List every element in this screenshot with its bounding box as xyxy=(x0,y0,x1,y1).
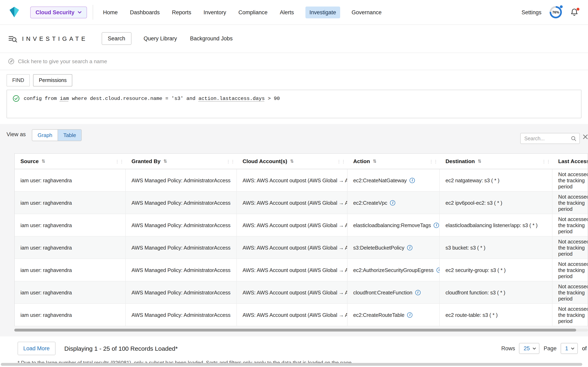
sort-icon[interactable]: ⇅ xyxy=(290,159,294,164)
notifications-bell-icon[interactable] xyxy=(570,8,579,17)
cloud-accounts-cell: AWS: AWS Account outpost (AWS Global → A… xyxy=(237,169,347,191)
action-cell: s3:DeleteBucketPolicyi xyxy=(347,236,440,259)
investigate-bar: INVESTIGATE SearchQuery LibraryBackgroun… xyxy=(0,25,588,53)
destination-cell: ec2 ipv6pool-ec2: s3 ( * ) xyxy=(440,192,553,214)
granted-by-cell: AWS Managed Policy: AdministratorAccess xyxy=(126,304,237,326)
app: Cloud Security HomeDashboardsReportsInve… xyxy=(0,0,588,367)
clear-search-icon[interactable] xyxy=(583,134,588,140)
total-pages-label: of 4 xyxy=(582,345,588,351)
column-header-source[interactable]: Source⇅⋮⋮ xyxy=(15,154,126,169)
column-grip-icon[interactable]: ⋮⋮ xyxy=(429,159,438,164)
table-row[interactable]: iam user: raghavendraAWS Managed Policy:… xyxy=(15,236,588,259)
view-as-table-button[interactable]: Table xyxy=(58,129,82,141)
investigate-tab-search[interactable]: Search xyxy=(102,32,131,45)
usage-badge[interactable]: 76% xyxy=(550,6,562,18)
nav-item-governance[interactable]: Governance xyxy=(351,6,382,18)
table-row[interactable]: iam user: raghavendraAWS Managed Policy:… xyxy=(15,192,588,214)
table-row[interactable]: iam user: raghavendraAWS Managed Policy:… xyxy=(15,259,588,281)
info-icon[interactable]: i xyxy=(407,245,412,250)
chevron-down-icon xyxy=(533,347,536,350)
info-icon[interactable]: i xyxy=(390,200,396,205)
last-access-cell: Not accessed in the tracking period xyxy=(553,259,588,281)
column-header-destination[interactable]: Destination⇅⋮⋮ xyxy=(440,154,553,169)
source-cell: iam user: raghavendra xyxy=(15,281,126,303)
info-icon[interactable]: i xyxy=(407,312,413,317)
investigate-tab-background-jobs[interactable]: Background Jobs xyxy=(189,33,233,44)
rows-label: Rows xyxy=(501,345,515,351)
rows-per-page-select[interactable]: 25 xyxy=(519,343,540,354)
load-more-button[interactable]: Load More xyxy=(17,342,55,355)
table-header-row: Source⇅⋮⋮Granted By⇅⋮⋮Cloud Account(s)⇅⋮… xyxy=(15,154,588,169)
table-row[interactable]: iam user: raghavendraAWS Managed Policy:… xyxy=(15,169,588,192)
view-as-graph-button[interactable]: Graph xyxy=(32,129,58,141)
page-select[interactable]: 1 xyxy=(561,343,578,354)
product-switcher[interactable]: Cloud Security xyxy=(30,6,87,18)
column-grip-icon[interactable]: ⋮⋮ xyxy=(542,159,551,164)
chevron-down-icon xyxy=(78,11,82,14)
column-grip-icon[interactable]: ⋮⋮ xyxy=(115,159,124,164)
query-tab-find[interactable]: FIND xyxy=(7,74,30,86)
search-icon[interactable] xyxy=(571,136,577,141)
action-cell: ec2:CreateRouteTablei xyxy=(347,304,440,326)
granted-by-cell: AWS Managed Policy: AdministratorAccess xyxy=(126,169,237,191)
action-label: elasticloadbalancing:RemoveTags xyxy=(353,222,431,228)
nav-item-dashboards[interactable]: Dashboards xyxy=(129,6,161,18)
info-icon[interactable]: i xyxy=(436,267,440,273)
table-row[interactable]: iam user: raghavendraAWS Managed Policy:… xyxy=(15,281,588,304)
nav-item-reports[interactable]: Reports xyxy=(171,6,192,18)
column-header-granted-by[interactable]: Granted By⇅⋮⋮ xyxy=(126,154,237,169)
column-header-cloud-account-s[interactable]: Cloud Account(s)⇅⋮⋮ xyxy=(237,154,347,169)
action-label: ec2:CreateRouteTable xyxy=(353,312,405,318)
destination-cell: ec2 natgateway: s3 ( * ) xyxy=(440,169,553,191)
last-access-cell: Not accessed in the tracking period xyxy=(553,192,588,214)
column-grip-icon[interactable]: ⋮⋮ xyxy=(226,159,235,164)
table-search-input[interactable] xyxy=(523,135,571,142)
usage-ring: 76% xyxy=(550,6,562,18)
cloud-accounts-cell: AWS: AWS Account outpost (AWS Global → A… xyxy=(237,236,347,259)
nav-item-alerts[interactable]: Alerts xyxy=(279,6,295,18)
chevron-down-icon xyxy=(571,347,575,350)
destination-cell: elasticloadbalancing listener/app: s3 ( … xyxy=(440,214,553,236)
nav-item-inventory[interactable]: Inventory xyxy=(203,6,227,18)
action-label: ec2:CreateVpc xyxy=(353,200,387,206)
page-horizontal-scrollbar[interactable] xyxy=(1,363,582,366)
search-name-field[interactable]: Click here to give your search a name xyxy=(0,53,588,70)
nav-item-home[interactable]: Home xyxy=(102,6,119,18)
settings-link[interactable]: Settings xyxy=(521,9,541,15)
sort-icon[interactable]: ⇅ xyxy=(42,159,45,164)
sort-icon[interactable]: ⇅ xyxy=(163,159,167,164)
sort-icon[interactable]: ⇅ xyxy=(478,159,481,164)
table-row[interactable]: iam user: raghavendraAWS Managed Policy:… xyxy=(15,304,588,326)
query-editor[interactable]: config from iam where dest.cloud.resourc… xyxy=(7,90,581,118)
app-logo-icon xyxy=(8,6,20,18)
valid-query-check-icon xyxy=(13,95,20,102)
destination-cell: cloudfront function: s3 ( * ) xyxy=(440,281,553,303)
table-horizontal-scrollbar[interactable] xyxy=(14,329,588,332)
info-icon[interactable]: i xyxy=(410,178,415,183)
view-toolbar: View as GraphTable xyxy=(0,129,588,144)
column-header-action[interactable]: Action⇅⋮⋮ xyxy=(347,154,440,169)
info-icon[interactable]: i xyxy=(434,222,439,228)
nav-right: Settings 76% xyxy=(521,6,579,18)
scrollbar-thumb[interactable] xyxy=(14,329,576,332)
nav-item-investigate[interactable]: Investigate xyxy=(305,6,340,18)
column-header-last-access[interactable]: Last Access⇅⋮⋮ xyxy=(553,154,588,169)
last-access-cell: Not accessed in the tracking period xyxy=(553,236,588,259)
column-grip-icon[interactable]: ⋮⋮ xyxy=(337,159,346,164)
granted-by-cell: AWS Managed Policy: AdministratorAccess xyxy=(126,214,237,236)
sort-icon[interactable]: ⇅ xyxy=(373,159,376,164)
table-row[interactable]: iam user: raghavendraAWS Managed Policy:… xyxy=(15,214,588,236)
info-icon[interactable]: i xyxy=(415,290,421,295)
view-as-label: View as xyxy=(7,131,26,137)
results-table: Source⇅⋮⋮Granted By⇅⋮⋮Cloud Account(s)⇅⋮… xyxy=(14,153,588,326)
last-access-cell: Not accessed in the tracking period xyxy=(553,169,588,191)
action-label: cloudfront:CreateFunction xyxy=(353,289,412,295)
investigate-tab-query-library[interactable]: Query Library xyxy=(143,33,178,44)
source-cell: iam user: raghavendra xyxy=(15,192,126,214)
pagination-controls: Rows 25 Page 1 of 4 xyxy=(501,343,588,354)
nav-item-compliance[interactable]: Compliance xyxy=(238,6,268,18)
search-name-placeholder: Click here to give your search a name xyxy=(18,58,107,64)
query-tab-permissions[interactable]: Permissions xyxy=(33,74,72,86)
cloud-accounts-cell: AWS: AWS Account outpost (AWS Global → A… xyxy=(237,192,347,214)
cloud-accounts-cell: AWS: AWS Account outpost (AWS Global → A… xyxy=(237,281,347,303)
